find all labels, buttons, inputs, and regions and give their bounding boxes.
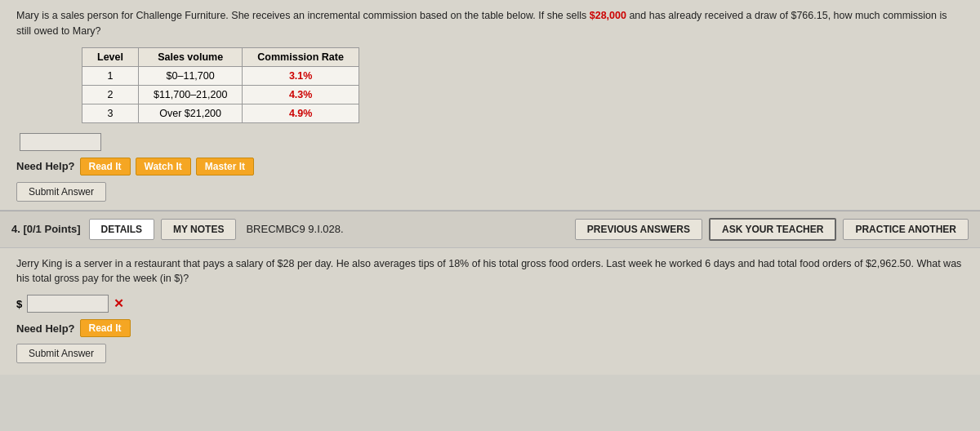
tab-details[interactable]: DETAILS [89, 219, 154, 240]
commission-table: Level Sales volume Commission Rate 1 $0–… [82, 47, 359, 123]
level-1: 1 [82, 66, 139, 85]
practice-another-button[interactable]: PRACTICE ANOTHER [843, 219, 969, 240]
x-mark-icon: ✕ [114, 296, 124, 311]
q4-points-label: 4. [0/1 Points] [11, 223, 81, 235]
need-help-label-q4: Need Help? [16, 322, 75, 335]
answer-input-q4[interactable] [27, 295, 109, 313]
table-row: 3 Over $21,200 4.9% [82, 104, 359, 122]
col-level: Level [82, 47, 139, 66]
master-it-button-q3[interactable]: Master It [196, 158, 254, 176]
ask-teacher-button[interactable]: ASK YOUR TEACHER [709, 218, 836, 241]
rate-2: 4.3% [243, 85, 359, 104]
table-row: 1 $0–11,700 3.1% [82, 66, 359, 85]
tab-my-notes[interactable]: MY NOTES [161, 219, 236, 240]
highlight-amount: $28,000 [590, 10, 626, 21]
previous-answers-button[interactable]: PREVIOUS ANSWERS [575, 219, 702, 240]
question4-header: 4. [0/1 Points] DETAILS MY NOTES BRECMBC… [0, 211, 980, 248]
question3-text: Mary is a sales person for Challenge Fur… [16, 8, 964, 39]
level-2: 2 [82, 85, 139, 104]
need-help-label-q3: Need Help? [16, 160, 75, 172]
dollar-input-row: $ ✕ [16, 295, 964, 313]
submit-row-q3: Submit Answer [16, 182, 964, 202]
rate-1: 3.1% [243, 66, 359, 85]
col-rate: Commission Rate [243, 47, 359, 66]
dollar-sign: $ [16, 298, 22, 310]
sales-3: Over $21,200 [138, 104, 242, 122]
answer-input-q3[interactable] [20, 133, 101, 151]
brecmbc-label: BRECMBC9 9.I.028. [246, 223, 343, 235]
submit-button-q3[interactable]: Submit Answer [16, 182, 106, 202]
question4-text: Jerry King is a server in a restaurant t… [16, 256, 964, 287]
watch-it-button-q3[interactable]: Watch It [136, 158, 191, 176]
sales-2: $11,700–21,200 [138, 85, 242, 104]
main-container: Mary is a sales person for Challenge Fur… [0, 0, 980, 431]
submit-button-q4[interactable]: Submit Answer [16, 344, 106, 363]
answer-input-area [20, 133, 964, 151]
need-help-row-q3: Need Help? Read It Watch It Master It [16, 158, 964, 176]
rate-3: 4.9% [243, 104, 359, 122]
col-sales: Sales volume [138, 47, 242, 66]
level-3: 3 [82, 104, 139, 122]
sales-1: $0–11,700 [138, 66, 242, 85]
submit-row-q4: Submit Answer [16, 344, 964, 363]
read-it-button-q3[interactable]: Read It [80, 158, 131, 176]
table-row: 2 $11,700–21,200 4.3% [82, 85, 359, 104]
question3-section: Mary is a sales person for Challenge Fur… [0, 0, 980, 211]
read-it-button-q4[interactable]: Read It [80, 319, 131, 337]
question4-body: Jerry King is a server in a restaurant t… [0, 248, 980, 375]
need-help-row-q4: Need Help? Read It [16, 319, 964, 337]
